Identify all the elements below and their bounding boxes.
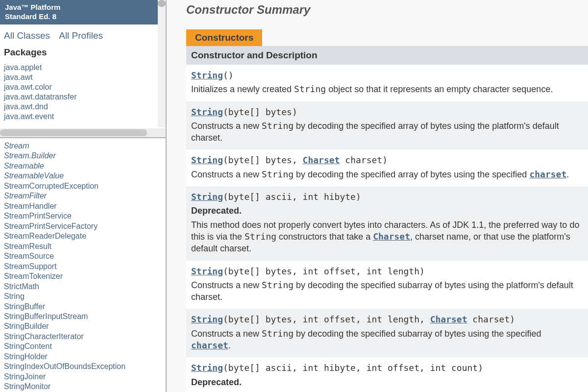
constructors-caption: Constructors: [186, 29, 262, 46]
package-link[interactable]: java.awt.datatransfer: [4, 92, 162, 102]
constructor-signature: String(byte[] bytes, int offset, int len…: [191, 314, 583, 325]
type-link[interactable]: String: [191, 266, 223, 276]
package-link[interactable]: java.awt.color: [4, 82, 162, 92]
type-link[interactable]: Charset: [373, 231, 410, 242]
type-link[interactable]: Charset: [303, 155, 340, 165]
section-title: Constructor Summary: [186, 3, 588, 17]
scrollbar-vertical[interactable]: [158, 0, 166, 127]
deprecated-label: Deprecated.: [191, 205, 583, 217]
type-link[interactable]: String: [191, 314, 223, 324]
all-profiles-link[interactable]: All Profiles: [59, 30, 103, 41]
class-link[interactable]: StringCharacterIterator: [4, 332, 162, 342]
scrollbar-thumb[interactable]: [158, 0, 166, 7]
constructor-signature: String(byte[] ascii, int hibyte, int off…: [191, 362, 583, 374]
constructor-row: String(byte[] bytes, Charset charset)Con…: [186, 149, 588, 186]
class-link[interactable]: StreamPrintServiceFactory: [4, 221, 162, 231]
main-content: Constructor Summary Constructors Constru…: [167, 0, 588, 392]
package-link[interactable]: java.awt.dnd: [4, 102, 162, 112]
packages-heading: Packages: [0, 44, 166, 63]
class-link[interactable]: StreamSupport: [4, 262, 162, 271]
constructor-row: String()Initializes a newly created Stri…: [186, 65, 588, 101]
class-link[interactable]: Stream.Builder: [4, 151, 162, 161]
platform-line2: Standard Ed. 8: [5, 12, 161, 22]
constructor-signature: String(byte[] bytes): [191, 106, 583, 118]
class-link[interactable]: StreamableValue: [4, 171, 162, 181]
allclasses-frame: StreamStream.BuilderStreamableStreamable…: [0, 138, 166, 392]
constructor-description: Constructs a new String by decoding the …: [191, 120, 583, 144]
code-text: String: [262, 328, 294, 339]
overview-frame: Java™ Platform Standard Ed. 8 All Classe…: [0, 0, 166, 138]
constructor-row: String(byte[] ascii, int hibyte)Deprecat…: [186, 186, 588, 260]
constructor-signature: String(byte[] ascii, int hibyte): [191, 191, 583, 203]
code-text: String: [262, 280, 294, 290]
class-link[interactable]: StrictMath: [4, 282, 162, 292]
code-text: String: [245, 231, 276, 242]
constructor-description: This method does not properly convert by…: [191, 390, 583, 392]
class-link[interactable]: String: [4, 292, 162, 301]
class-link[interactable]: StreamCorruptedException: [4, 181, 162, 191]
type-link[interactable]: String: [191, 70, 223, 80]
type-link[interactable]: String: [191, 155, 223, 165]
platform-line1: Java™ Platform: [5, 3, 60, 11]
constructor-signature: String(byte[] bytes, int offset, int len…: [191, 266, 583, 277]
class-link[interactable]: StreamSource: [4, 251, 162, 261]
class-link[interactable]: StreamHandler: [4, 201, 162, 211]
type-link[interactable]: charset: [191, 340, 228, 350]
constructor-table: String()Initializes a newly created Stri…: [186, 65, 588, 392]
constructor-description: Constructs a new String by decoding the …: [191, 328, 583, 352]
class-link[interactable]: StreamFilter: [4, 191, 162, 201]
class-link[interactable]: StringBuffer: [4, 302, 162, 312]
class-list: StreamStream.BuilderStreamableStreamable…: [4, 141, 162, 392]
table-header: Constructor and Description: [186, 46, 588, 65]
class-link[interactable]: StreamPrintService: [4, 211, 162, 221]
package-list: java.appletjava.awtjava.awt.colorjava.aw…: [0, 63, 166, 122]
class-link[interactable]: StringBufferInputStream: [4, 312, 162, 321]
constructor-description: Constructs a new String by decoding the …: [191, 169, 583, 180]
package-link[interactable]: java.applet: [4, 63, 162, 73]
code-text: String: [294, 84, 326, 94]
class-link[interactable]: StringBuilder: [4, 321, 162, 331]
package-link[interactable]: java.awt.event: [4, 112, 162, 122]
type-link[interactable]: charset: [529, 169, 566, 179]
constructor-description: This method does not properly convert by…: [191, 219, 583, 255]
type-link[interactable]: String: [191, 192, 223, 202]
constructor-description: Constructs a new String by decoding the …: [191, 279, 583, 303]
class-link[interactable]: StringMonitor: [4, 382, 162, 392]
package-link[interactable]: java.awt: [4, 73, 162, 82]
scrollbar-horizontal[interactable]: [0, 128, 166, 137]
class-link[interactable]: StringHolder: [4, 352, 162, 362]
class-link[interactable]: StringJoiner: [4, 372, 162, 382]
constructor-row: String(byte[] bytes, int offset, int len…: [186, 309, 588, 357]
platform-banner: Java™ Platform Standard Ed. 8: [0, 0, 166, 24]
class-link[interactable]: StringContent: [4, 342, 162, 351]
deprecated-label: Deprecated.: [191, 376, 583, 388]
constructor-signature: String(byte[] bytes, Charset charset): [191, 154, 583, 166]
constructor-row: String(byte[] bytes, int offset, int len…: [186, 261, 588, 309]
type-link[interactable]: Charset: [430, 314, 467, 324]
code-text: String: [262, 121, 294, 131]
class-link[interactable]: StringIndexOutOfBoundsException: [4, 362, 162, 371]
constructor-signature: String(): [191, 70, 583, 81]
navigation-sidebar: Java™ Platform Standard Ed. 8 All Classe…: [0, 0, 167, 392]
class-link[interactable]: Stream: [4, 141, 162, 151]
constructor-description: Initializes a newly created String objec…: [191, 83, 583, 95]
class-link[interactable]: StreamResult: [4, 242, 162, 251]
all-classes-link[interactable]: All Classes: [4, 30, 50, 41]
scrollbar-thumb[interactable]: [0, 129, 147, 136]
class-link[interactable]: StreamTokenizer: [4, 271, 162, 281]
constructor-row: String(byte[] bytes)Constructs a new Str…: [186, 101, 588, 150]
class-link[interactable]: StreamReaderDelegate: [4, 231, 162, 241]
type-link[interactable]: String: [191, 363, 223, 373]
code-text: String: [262, 169, 294, 179]
constructor-row: String(byte[] ascii, int hibyte, int off…: [186, 357, 588, 392]
class-link[interactable]: Streamable: [4, 161, 162, 171]
type-link[interactable]: String: [191, 107, 223, 117]
